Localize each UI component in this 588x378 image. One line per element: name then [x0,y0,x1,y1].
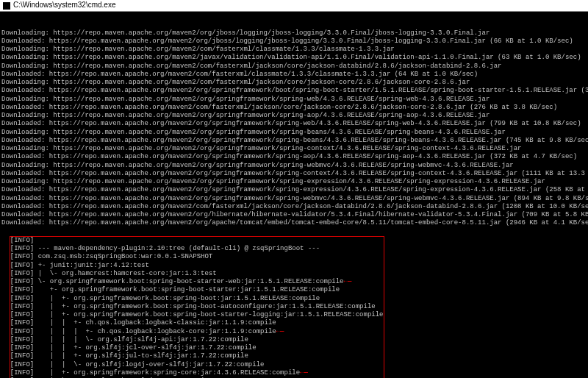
info-line: [INFO] [10,237,384,245]
log-line: Downloading: https://repo.maven.apache.o… [1,79,587,87]
info-line: [INFO] | \- org.hamcrest:hamcrest-core:j… [10,270,384,278]
info-line: [INFO] | +- org.springframework.boot:spr… [10,295,384,303]
highlight-arrow-icon [344,278,356,286]
log-line: Downloaded: https://repo.maven.apache.or… [1,137,587,145]
window-titlebar[interactable]: C:\Windows\system32\cmd.exe [0,0,588,12]
highlight-arrow-icon [300,369,312,377]
info-line: [INFO] | | | \- org.slf4j:slf4j-api:jar:… [10,336,384,344]
info-line: [INFO] | | +- org.slf4j:jul-to-slf4j:jar… [10,352,384,360]
log-line: Downloaded: https://repo.maven.apache.or… [1,170,587,178]
cmd-icon [3,2,10,10]
log-line: Downloaded: https://repo.maven.apache.or… [1,38,587,46]
log-line: Downloaded: https://repo.maven.apache.or… [1,195,587,203]
log-line: Downloading: https://repo.maven.apache.o… [1,29,587,38]
log-line: Downloading: https://repo.maven.apache.o… [1,46,587,54]
log-line: Downloaded: https://repo.maven.apache.or… [1,120,587,128]
log-line: Downloaded: https://repo.maven.apache.or… [1,87,587,95]
info-line: [INFO] | | +- org.slf4j:jcl-over-slf4j:j… [10,344,384,352]
info-line: [INFO] +- junit:junit:jar:4.12:test [10,262,384,270]
info-line: [INFO] com.zsq.msb:zsqSpringBoot:war:0.0… [10,253,384,261]
log-line: Downloaded: https://repo.maven.apache.or… [1,71,587,79]
info-line: [INFO] --- maven-dependency-plugin:2.10:… [10,245,384,253]
log-line: Downloading: https://repo.maven.apache.o… [1,178,587,186]
log-line: Downloading: https://repo.maven.apache.o… [1,129,587,137]
info-line: [INFO] \- org.springframework.boot:sprin… [10,278,384,286]
log-line: Downloading: https://repo.maven.apache.o… [1,112,587,120]
info-line: [INFO] | +- org.springframework.boot:spr… [10,311,384,319]
log-line: Downloaded: https://repo.maven.apache.or… [1,211,587,219]
log-line: Downloaded: https://repo.maven.apache.or… [1,186,587,194]
window-title: C:\Windows\system32\cmd.exe [13,1,116,10]
log-line: Downloading: https://repo.maven.apache.o… [1,54,587,62]
log-line: Downloading: https://repo.maven.apache.o… [1,162,587,170]
highlight-arrow-icon [276,328,288,336]
info-line: [INFO] | | | +- ch.qos.logback:logback-c… [10,328,384,336]
info-line: [INFO] | +- org.springframework.boot:spr… [10,303,384,311]
log-line: Downloading: https://repo.maven.apache.o… [1,145,587,153]
log-line: Downloading: https://repo.maven.apache.o… [1,96,587,104]
log-line: Downloading: https://repo.maven.apache.o… [1,63,587,71]
log-line: Downloaded: https://repo.maven.apache.or… [1,104,587,112]
terminal-output[interactable]: Downloading: https://repo.maven.apache.o… [0,12,588,378]
log-line: Downloaded: https://repo.maven.apache.or… [1,203,587,211]
log-line: Downloaded: https://repo.maven.apache.or… [1,153,587,161]
download-log: Downloading: https://repo.maven.apache.o… [1,29,587,228]
info-line: [INFO] | | \- org.slf4j:log4j-over-slf4j… [10,361,384,369]
dependency-tree-box: [INFO] [INFO] --- maven-dependency-plugi… [10,236,384,378]
info-line: [INFO] +- org.springframework.boot:sprin… [10,286,384,294]
info-line: [INFO] | +- org.springframework:spring-c… [10,369,384,377]
info-line: [INFO] | | +- ch.qos.logback:logback-cla… [10,319,384,327]
log-line: Downloaded: https://repo.maven.apache.or… [1,219,587,227]
